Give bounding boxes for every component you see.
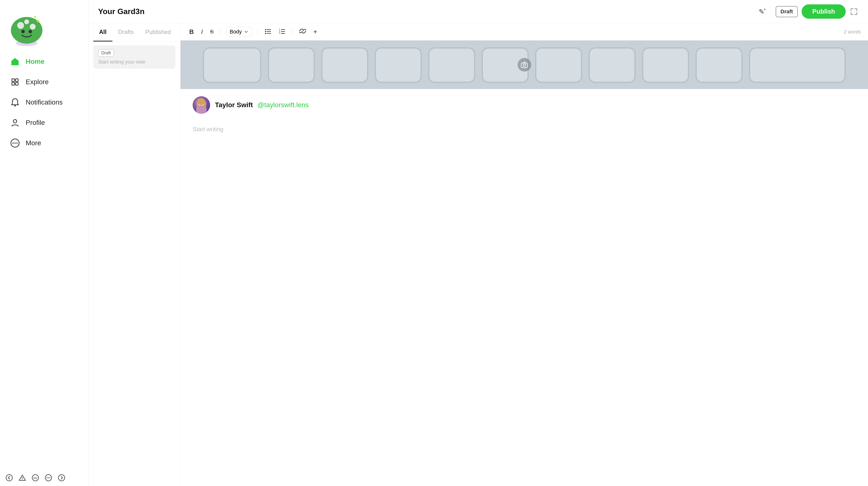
svg-text:CC: CC — [33, 477, 37, 480]
sidebar: ♥ ♥ Home Exp — [0, 0, 88, 486]
sidebar-item-profile[interactable]: Profile — [7, 113, 63, 133]
unordered-list-button[interactable] — [263, 27, 273, 37]
sidebar-item-explore[interactable]: Explore — [7, 72, 63, 92]
svg-point-85 — [197, 98, 205, 105]
toolbar-separator-1 — [220, 28, 221, 35]
sidebar-item-more[interactable]: More — [7, 133, 63, 153]
camera-icon — [521, 61, 528, 68]
svg-point-30 — [50, 477, 51, 478]
svg-rect-65 — [536, 48, 582, 82]
forward-button[interactable] — [57, 474, 66, 482]
svg-rect-14 — [12, 82, 14, 85]
content-area: All Drafts Published Draft Start writing… — [88, 23, 868, 486]
tab-published[interactable]: Published — [140, 23, 177, 41]
link-icon — [299, 28, 306, 34]
sidebar-item-profile-label: Profile — [26, 119, 45, 126]
toolbar-separator-3 — [292, 28, 292, 35]
svg-rect-11 — [14, 63, 16, 65]
svg-rect-60 — [269, 48, 314, 82]
sidebar-item-home[interactable]: Home — [7, 52, 63, 71]
chevron-down-icon — [244, 29, 249, 34]
tabs: All Drafts Published — [88, 23, 180, 41]
svg-rect-69 — [749, 48, 845, 82]
note-draft-badge: Draft — [98, 49, 114, 57]
nav: Home Explore Notifications — [7, 52, 68, 154]
add-note-icon[interactable]: ✎+ — [758, 7, 767, 16]
cc-button[interactable]: CC — [31, 474, 40, 482]
word-count: 2 words — [844, 29, 861, 35]
svg-point-20 — [14, 143, 16, 144]
more-icon — [10, 138, 20, 148]
home-icon — [10, 56, 20, 67]
strikethrough-button[interactable]: S — [209, 28, 215, 36]
add-element-button[interactable]: + — [312, 27, 319, 37]
profile-icon — [10, 117, 20, 128]
author-section: Taylor Swift @taylorswift.lens — [181, 89, 868, 121]
tab-drafts[interactable]: Drafts — [113, 23, 140, 41]
svg-rect-61 — [322, 48, 368, 82]
toolbar-separator-2 — [257, 28, 258, 35]
tab-all[interactable]: All — [93, 23, 113, 41]
editor-toolbar: B I S Body 1.2.3. + — [181, 23, 868, 40]
svg-rect-62 — [375, 48, 421, 82]
topbar: Your Gard3n ✎+ Draft Publish — [88, 0, 868, 23]
svg-rect-12 — [12, 79, 14, 82]
camera-button[interactable] — [518, 58, 531, 72]
expand-icon[interactable] — [849, 7, 858, 16]
svg-rect-59 — [204, 48, 261, 82]
sidebar-item-notifications-label: Notifications — [26, 98, 63, 106]
svg-rect-66 — [589, 48, 635, 82]
note-panel: All Drafts Published Draft Start writing… — [88, 23, 181, 486]
logo-icon: ♥ ♥ — [7, 7, 46, 46]
svg-point-36 — [265, 31, 266, 32]
svg-point-7 — [21, 30, 25, 33]
svg-point-29 — [48, 477, 49, 478]
sidebar-item-home-label: Home — [26, 58, 44, 65]
svg-point-6 — [24, 20, 29, 24]
svg-text:♥: ♥ — [34, 15, 36, 19]
topbar-icons: ✎+ — [758, 7, 767, 16]
svg-point-4 — [17, 22, 24, 29]
publish-button[interactable]: Publish — [802, 4, 846, 19]
svg-point-34 — [265, 29, 266, 30]
svg-point-17 — [13, 119, 17, 123]
svg-point-24 — [22, 479, 23, 480]
more-options-button[interactable] — [44, 474, 53, 482]
italic-button[interactable]: I — [200, 27, 204, 37]
svg-rect-15 — [16, 82, 18, 85]
editor-panel: B I S Body 1.2.3. + — [181, 23, 868, 486]
svg-point-81 — [523, 64, 526, 66]
svg-point-19 — [12, 143, 14, 144]
svg-rect-68 — [696, 48, 742, 82]
alert-button[interactable] — [18, 474, 27, 482]
ordered-list-icon: 1.2.3. — [279, 28, 285, 34]
bold-button[interactable]: B — [188, 27, 195, 37]
author-name: Taylor Swift — [215, 101, 253, 109]
svg-point-5 — [30, 24, 36, 30]
style-select[interactable]: Body — [226, 27, 252, 37]
note-placeholder: Start writing your note — [98, 59, 170, 65]
svg-point-31 — [58, 475, 65, 481]
style-label: Body — [230, 29, 242, 35]
sidebar-item-notifications[interactable]: Notifications — [7, 93, 63, 112]
sidebar-item-explore-label: Explore — [26, 78, 49, 86]
ordered-list-button[interactable]: 1.2.3. — [277, 27, 287, 37]
back-button[interactable] — [5, 474, 13, 482]
note-item[interactable]: Draft Start writing your note — [93, 45, 176, 68]
author-info: Taylor Swift @taylorswift.lens — [215, 101, 309, 109]
svg-point-16 — [14, 105, 16, 107]
svg-point-22 — [6, 475, 12, 481]
svg-rect-13 — [16, 79, 18, 82]
bottom-bar: CC — [0, 469, 88, 486]
svg-text:♥: ♥ — [36, 18, 39, 24]
page-title: Your Gard3n — [98, 7, 754, 16]
notifications-icon — [10, 97, 20, 108]
svg-point-28 — [46, 477, 48, 478]
explore-icon — [10, 77, 20, 87]
svg-point-38 — [265, 33, 266, 34]
link-button[interactable] — [298, 27, 308, 37]
unordered-list-icon — [265, 28, 271, 34]
svg-rect-67 — [643, 48, 688, 82]
cover-image[interactable] — [181, 40, 868, 89]
editor-placeholder[interactable]: Start writing — [181, 121, 868, 138]
